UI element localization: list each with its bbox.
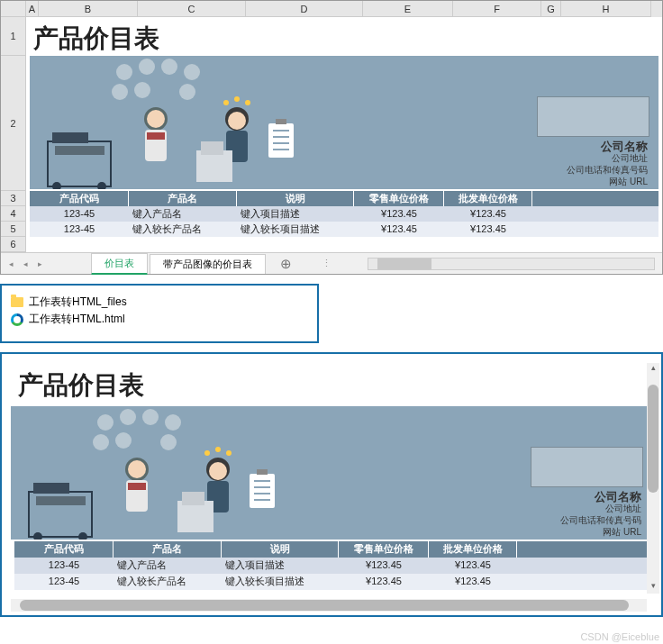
col-header-D[interactable]: D [246,1,363,17]
excel-window: A B C D E F G H 1 2 3 4 5 6 产品价目表 [0,0,663,275]
th-wholesale: 批发单位价格 [429,541,517,558]
tab-prev-icon[interactable]: ◂ [19,258,32,270]
cell-desc: 键入较长项目描述 [222,574,339,590]
svg-point-30 [97,414,114,431]
svg-point-0 [116,64,132,80]
tab-next-icon[interactable]: ▸ [33,258,46,270]
cell-name: 键入较长产品名 [129,222,237,237]
svg-point-51 [226,450,232,456]
company-address: 公司地址 [560,503,641,514]
scroll-up-icon[interactable]: ▴ [647,363,659,376]
cell-wholesale: ¥123.45 [429,558,517,574]
row-header-2[interactable]: 2 [1,56,26,191]
col-header-F[interactable]: F [453,1,541,17]
th-code: 产品代码 [14,541,114,558]
cell-retail: ¥123.45 [339,558,429,574]
banner-image: 公司名称 公司地址 公司电话和传真号码 网站 URL [30,56,658,189]
banner-image: 公司名称 公司地址 公司电话和传真号码 网站 URL [11,406,652,540]
svg-point-36 [160,434,177,450]
svg-rect-55 [257,469,268,475]
file-explorer-panel: 工作表转HTML_files 工作表转HTML.html [0,284,319,343]
sheet-tab-other[interactable]: 带产品图像的价目表 [150,254,266,274]
company-logo-placeholder [531,447,643,487]
cell-desc: 键入较长项目描述 [237,222,354,237]
sheet-area[interactable]: 产品价目表 [26,17,662,252]
th-name: 产品名 [129,191,237,206]
browser-preview-window: 产品价目表 公司名称 公司地址 公司电话和传真号码 [0,352,663,617]
page-title: 产品价目表 [26,17,662,56]
vertical-scrollbar[interactable]: ▴ ▾ [647,363,659,594]
horizontal-scrollbar[interactable] [11,599,647,612]
tab-divider: ⋮ [322,258,332,269]
col-header-E[interactable]: E [363,1,453,17]
scroll-down-icon[interactable]: ▾ [647,581,659,594]
svg-point-4 [112,84,128,100]
svg-rect-23 [201,141,223,155]
company-website: 网站 URL [567,176,648,187]
add-sheet-button[interactable]: ⊕ [277,256,295,272]
company-website: 网站 URL [560,526,641,538]
company-info: 公司名称 公司地址 公司电话和传真号码 网站 URL [567,141,648,187]
edge-browser-icon [11,313,23,326]
th-retail: 零售单位价格 [354,191,444,206]
cell-retail: ¥123.45 [354,222,444,237]
svg-point-41 [78,532,87,540]
row-header-3[interactable]: 3 [1,191,26,206]
folder-icon [11,297,23,307]
svg-point-43 [128,460,146,478]
cell-wholesale: ¥123.45 [429,574,517,590]
svg-point-40 [33,532,42,540]
tab-nav-buttons: ◂ ◂ ▸ [1,258,91,270]
th-wholesale: 批发单位价格 [444,191,532,206]
svg-point-11 [97,182,106,189]
svg-point-50 [215,447,221,452]
svg-point-21 [245,100,250,105]
cell-name: 键入产品名 [129,206,237,222]
scrollbar-thumb[interactable] [20,600,629,611]
tab-first-icon[interactable]: ◂ [5,258,17,270]
cell-name: 键入较长产品名 [114,574,222,590]
row-header-6[interactable]: 6 [1,237,26,252]
sheet-tab-active[interactable]: 价目表 [91,253,148,275]
row-header-1[interactable]: 1 [1,17,26,56]
scrollbar-thumb[interactable] [377,259,431,269]
svg-point-1 [139,59,155,75]
cell-desc: 键入项目描述 [222,558,339,574]
horizontal-scrollbar[interactable] [368,258,655,270]
select-all-corner[interactable] [1,1,26,17]
svg-point-35 [115,432,132,449]
company-phone: 公司电话和传真号码 [560,514,641,526]
cell-code: 123-45 [30,206,129,222]
svg-rect-54 [250,474,275,508]
price-table: 产品代码 产品名 说明 零售单位价格 批发单位价格 123-45 键入产品名 键… [30,191,658,237]
file-item-folder[interactable]: 工作表转HTML_files [11,295,308,310]
svg-point-6 [179,84,195,100]
col-header-G[interactable]: G [541,1,561,17]
svg-rect-52 [177,501,213,532]
row-header-4[interactable]: 4 [1,206,26,222]
svg-rect-8 [52,132,88,143]
company-name: 公司名称 [560,491,641,503]
svg-point-10 [52,182,61,189]
col-header-H[interactable]: H [561,1,651,17]
svg-rect-15 [147,132,165,140]
col-header-A[interactable]: A [26,1,39,17]
file-item-html[interactable]: 工作表转HTML.html [11,312,308,327]
svg-rect-9 [55,146,104,155]
scrollbar-thumb[interactable] [648,385,658,493]
sheet-tabs-bar: ◂ ◂ ▸ 价目表 带产品图像的价目表 ⊕ ⋮ [1,252,662,274]
price-table: 产品代码 产品名 说明 零售单位价格 批发单位价格 123-45 键入产品名 键… [14,541,649,590]
cell-retail: ¥123.45 [354,206,444,222]
table-header: 产品代码 产品名 说明 零售单位价格 批发单位价格 [14,541,649,558]
table-row[interactable]: 123-45 键入产品名 键入项目描述 ¥123.45 ¥123.45 [30,206,658,222]
svg-point-47 [209,462,227,480]
table-row[interactable]: 123-45 键入较长产品名 键入较长项目描述 ¥123.45 ¥123.45 [30,222,658,237]
svg-rect-53 [182,492,204,505]
row-header-5[interactable]: 5 [1,222,26,237]
col-header-C[interactable]: C [138,1,246,17]
svg-point-2 [161,59,177,75]
company-phone: 公司电话和传真号码 [567,164,648,176]
col-header-B[interactable]: B [39,1,138,17]
page-title: 产品价目表 [11,363,652,406]
cell-wholesale: ¥123.45 [444,206,532,222]
